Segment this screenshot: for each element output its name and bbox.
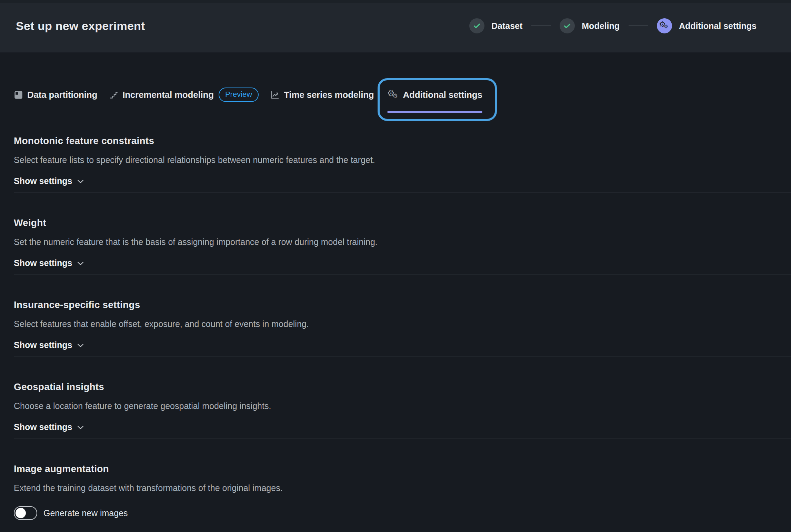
line-chart-icon [270,90,280,100]
page-title: Set up new experiment [16,19,145,33]
chevron-down-icon [77,344,84,348]
stairs-icon [109,90,118,100]
tab-data-partitioning[interactable]: Data partitioning [14,89,97,101]
gears-icon: ⚙⚙ [387,90,399,100]
gears-icon: ⚙⚙ [657,18,672,33]
active-tab-indicator [387,111,482,113]
step-modeling-label: Modeling [582,21,620,31]
active-tab-focus-ring: ⚙⚙ Additional settings [378,78,497,121]
tab-additional-settings[interactable]: ⚙⚙ Additional settings [387,89,482,101]
section-title: Weight [14,217,777,229]
tab-label: Incremental modeling [122,90,214,100]
show-settings-button[interactable]: Show settings [14,175,84,187]
step-additional-settings-label: Additional settings [679,21,757,31]
section-description: Choose a location feature to generate ge… [14,400,777,412]
toggle-knob [16,508,26,518]
check-icon [469,18,484,33]
section-title: Geospatial insights [14,381,777,393]
tab-label: Additional settings [403,90,482,100]
section-description: Select features that enable offset, expo… [14,318,777,330]
show-settings-button[interactable]: Show settings [14,339,84,351]
tab-time-series-modeling[interactable]: Time series modeling [270,89,374,101]
section-weight: Weight Set the numeric feature that is t… [14,193,791,275]
step-modeling[interactable]: Modeling [560,18,620,33]
check-icon [560,18,575,33]
chevron-down-icon [77,262,84,266]
section-description: Select feature lists to specify directio… [14,154,777,166]
wizard-header: Set up new experiment Dataset Modeling ⚙… [0,0,791,52]
step-dataset-label: Dataset [491,21,522,31]
data-partitioning-icon [14,90,23,100]
section-insurance-settings: Insurance-specific settings Select featu… [14,275,791,357]
stepper-connector [531,25,551,26]
toggle-label: Generate new images [43,508,128,518]
settings-tab-bar: Data partitioning Incremental modeling P… [0,52,791,121]
generate-new-images-row: Generate new images [14,506,777,520]
tab-label: Time series modeling [284,90,374,100]
generate-new-images-toggle[interactable] [14,506,37,520]
section-description: Set the numeric feature that is the basi… [14,236,777,248]
section-image-augmentation: Image augmentation Extend the training d… [14,439,791,525]
chevron-down-icon [77,180,84,184]
tab-label: Data partitioning [27,90,97,100]
step-additional-settings[interactable]: ⚙⚙ Additional settings [657,18,757,33]
tab-incremental-modeling[interactable]: Incremental modeling Preview [109,89,259,101]
wizard-stepper: Dataset Modeling ⚙⚙ Additional settings [469,18,757,33]
section-title: Image augmentation [14,463,777,475]
step-dataset[interactable]: Dataset [469,18,522,33]
section-description: Extend the training dataset with transfo… [14,482,777,494]
stepper-connector [629,25,648,26]
show-settings-button[interactable]: Show settings [14,421,84,433]
chevron-down-icon [77,426,84,430]
preview-badge: Preview [219,88,259,102]
additional-settings-panel: Monotonic feature constraints Select fea… [0,121,791,525]
show-settings-button[interactable]: Show settings [14,257,84,269]
section-geospatial-insights: Geospatial insights Choose a location fe… [14,357,791,439]
section-monotonic-constraints: Monotonic feature constraints Select fea… [14,121,791,193]
section-title: Insurance-specific settings [14,299,777,311]
section-title: Monotonic feature constraints [14,135,777,147]
